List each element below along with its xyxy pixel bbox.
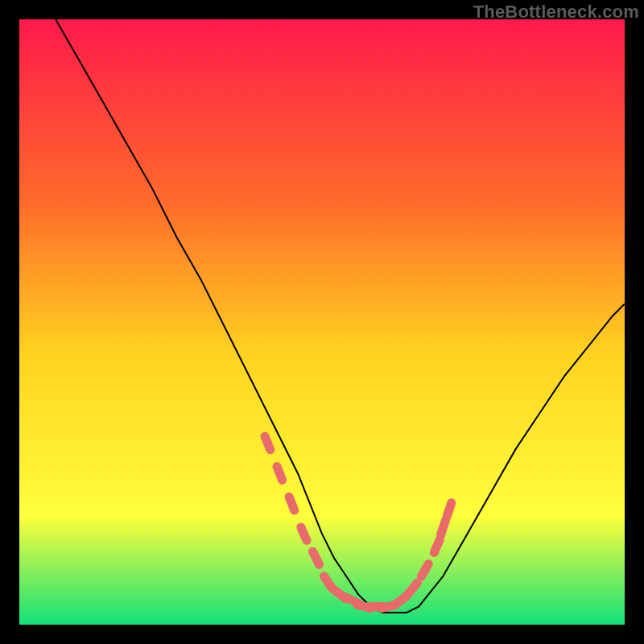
- marker-pill: [313, 551, 320, 564]
- bottleneck-chart: [19, 19, 625, 625]
- marker-pill: [434, 539, 440, 553]
- marker-pill: [421, 564, 428, 577]
- marker-pill: [265, 436, 270, 450]
- marker-pill: [447, 503, 452, 517]
- marker-pill: [277, 467, 283, 481]
- chart-outer-frame: [19, 19, 625, 625]
- marker-pill: [289, 497, 295, 510]
- marker-pill: [441, 521, 446, 535]
- marker-pill: [301, 527, 307, 540]
